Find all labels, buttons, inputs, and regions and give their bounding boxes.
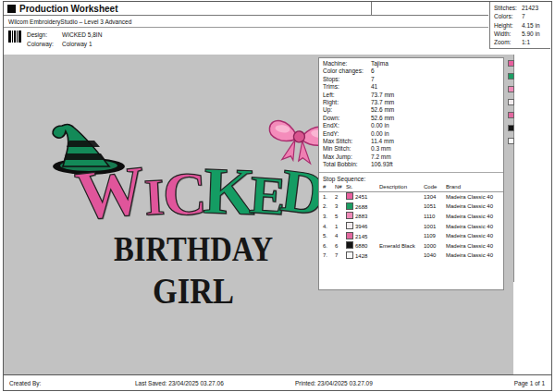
- thread-color-chip: [346, 212, 353, 219]
- col-code: Code: [424, 183, 446, 192]
- stop-sequence-header: # N# St. Description Code Brand: [319, 183, 503, 193]
- design-info-block: Design:WICKED 5,8IN Colorway:Colorway 1: [8, 31, 102, 49]
- machine-row: Left:73.7 mm: [319, 92, 503, 99]
- machine-row: Machine:Tajima: [319, 60, 503, 67]
- stat-value: 4.15 in: [522, 21, 540, 30]
- stop-sequence-row: 2.3 2688 1051Madeira Classic 40: [319, 202, 503, 213]
- machine-row: Up:52.6 mm: [319, 106, 503, 114]
- stat-value: 21423: [522, 4, 538, 12]
- footer: Created By: Last Saved: 23/04/2025 03.27…: [4, 374, 551, 390]
- info-label: Stops:: [323, 76, 371, 83]
- machine-row: Total Bobbin:106.93ft: [319, 161, 503, 168]
- info-value: 0.3 mm: [371, 145, 391, 153]
- barcode-icon: [8, 31, 21, 43]
- machine-info-panel: Machine:Tajima Color changes:6 Stops:7 T…: [318, 57, 504, 290]
- info-value: 11.4 mm: [371, 138, 394, 145]
- stop-sequence-title: Stop Sequence:: [319, 175, 503, 183]
- stop-sequence-section: Stop Sequence: # N# St. Description Code…: [319, 172, 503, 262]
- design-label: Design:: [27, 31, 62, 40]
- stat-label: Stitches:: [494, 4, 522, 12]
- thread-chip: [508, 86, 514, 92]
- thread-color-chip: [346, 202, 353, 210]
- thread-chip: [508, 112, 514, 118]
- info-value: 52.6 mm: [371, 106, 394, 114]
- info-value: 0.00 in: [371, 130, 389, 138]
- machine-row: Min Stitch:0.3 mm: [319, 145, 503, 153]
- col-brand: Brand: [446, 183, 503, 192]
- stat-row: Colors:7: [494, 12, 550, 20]
- info-value: 73.7 mm: [371, 99, 394, 106]
- info-label: EndX:: [323, 122, 371, 129]
- info-label: Max Stitch:: [323, 138, 371, 145]
- info-label: Max Jump:: [323, 153, 371, 161]
- worksheet-page: Production Worksheet Wilcom EmbroiderySt…: [3, 1, 552, 391]
- design-value: WICKED 5,8IN: [62, 31, 102, 38]
- stop-sequence-row: 1.2 2451 1304Madeira Classic 40: [319, 192, 503, 202]
- info-label: Down:: [323, 115, 371, 122]
- app-subtitle-row: Wilcom EmbroideryStudio – Level 3 Advanc…: [4, 17, 488, 28]
- machine-row: Trims:41: [319, 83, 503, 91]
- design-letter: C: [162, 163, 208, 226]
- info-value: 7: [371, 76, 375, 83]
- design-line3: GIRL: [102, 273, 285, 310]
- header-divider: [371, 2, 372, 16]
- info-value: 41: [371, 83, 377, 91]
- thread-color-chip: [346, 251, 353, 259]
- printed-label: Printed: 23/04/2025 03.27.09: [295, 380, 373, 386]
- thread-chip: [508, 60, 514, 67]
- col-description: Description: [379, 183, 424, 192]
- thread-chip: [508, 125, 514, 131]
- machine-row: Max Stitch:11.4 mm: [319, 138, 503, 145]
- info-label: Total Bobbin:: [323, 161, 371, 168]
- info-value: 7.2 mm: [371, 153, 391, 161]
- header-title-row: Production Worksheet: [4, 2, 488, 16]
- stat-value: 5.90 in: [522, 30, 540, 38]
- design-line2: BIRTHDAY: [102, 231, 285, 266]
- stop-sequence-row: 7.7 1428 1040Madeira Classic 40: [319, 251, 503, 262]
- thread-chip: [508, 99, 514, 105]
- stat-row: Zoom:1:1: [494, 38, 550, 46]
- stat-label: Width:: [494, 30, 522, 38]
- info-value: 6: [371, 67, 375, 75]
- col-needle: N#: [335, 183, 346, 192]
- app-logo-icon: [7, 5, 16, 13]
- col-num: #: [323, 183, 335, 192]
- info-label: EndY:: [323, 130, 371, 138]
- info-label: Min Stitch:: [323, 145, 371, 153]
- stop-sequence-row: 6.6 6880 Emerald Black1000Madeira Classi…: [319, 241, 503, 251]
- info-value: 106.93ft: [371, 161, 393, 168]
- colorway-label: Colorway:: [27, 40, 62, 49]
- stop-sequence-row: 3.5 2883 1110Madeira Classic 40: [319, 212, 503, 222]
- page-title: Production Worksheet: [19, 4, 118, 14]
- info-label: Left:: [323, 92, 371, 99]
- stat-row: Stitches:21423: [494, 4, 550, 12]
- colorway-value: Colorway 1: [62, 41, 92, 47]
- thread-color-chip: [346, 241, 353, 249]
- info-value: 0.00 in: [371, 122, 389, 129]
- stat-value: 7: [522, 12, 525, 20]
- stat-value: 1:1: [522, 38, 530, 46]
- machine-row: EndY:0.00 in: [319, 130, 503, 138]
- thread-color-chip: [346, 232, 353, 239]
- machine-row: Color changes:6: [319, 67, 503, 75]
- machine-row: Stops:7: [319, 76, 503, 83]
- info-value: Tajima: [371, 60, 388, 67]
- last-saved-label: Last Saved: 23/04/2025 03.27.06: [135, 380, 224, 386]
- info-label: Right:: [323, 99, 371, 106]
- info-label: Up:: [323, 106, 371, 114]
- info-label: Machine:: [323, 60, 371, 67]
- info-value: 52.6 mm: [371, 115, 394, 122]
- machine-row: Max Jump:7.2 mm: [319, 153, 503, 161]
- thread-color-bar: [508, 60, 513, 151]
- stat-row: Width:5.90 in: [494, 30, 550, 38]
- info-label: Trims:: [323, 83, 371, 91]
- stat-label: Zoom:: [494, 38, 522, 46]
- thread-color-chip: [346, 192, 353, 200]
- stop-sequence-row: 5.4 2145 1109Madeira Classic 40: [319, 232, 503, 242]
- thread-color-chip: [346, 222, 353, 229]
- design-info-lines: Design:WICKED 5,8IN Colorway:Colorway 1: [27, 31, 102, 49]
- app-subtitle: Wilcom EmbroideryStudio – Level 3 Advanc…: [8, 18, 131, 25]
- stat-label: Colors:: [494, 12, 522, 20]
- page-number: Page 1 of 1: [514, 380, 545, 386]
- design-letter: W: [72, 154, 148, 230]
